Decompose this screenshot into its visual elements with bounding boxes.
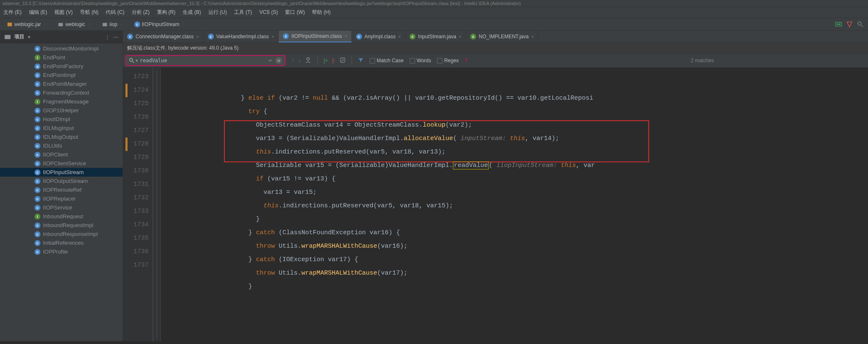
code-line[interactable]: ObjectStreamClass var14 = ObjectStreamCl… [165, 119, 868, 132]
menu-analyze[interactable]: 分析 (Z) [132, 9, 150, 15]
tree-item-InboundResponseImpl[interactable]: cInboundResponseImpl [0, 230, 122, 238]
menu-edit[interactable]: 编辑 (E) [29, 9, 47, 15]
tree-item-ForwardingContext[interactable]: cForwardingContext [0, 88, 122, 97]
database-icon[interactable] [846, 21, 853, 28]
tree-item-EndPointManager[interactable]: cEndPointManager [0, 79, 122, 88]
tree-item-IIOPService[interactable]: cIIOPService [0, 203, 122, 212]
tree-item-HostIDImpl[interactable]: cHostIDImpl [0, 115, 122, 124]
crumb-class[interactable]: c IIOPInputStream 〉 [132, 20, 192, 29]
presentation-icon[interactable] [835, 21, 842, 28]
tree-item-IDLMsgInput[interactable]: cIDLMsgInput [0, 124, 122, 132]
code-line[interactable]: } [165, 280, 868, 294]
regex-help-icon[interactable]: ? [465, 58, 468, 64]
tree-item-IIOPInputStream[interactable]: cIIOPInputStream [0, 168, 122, 177]
filter-icon[interactable] [358, 57, 364, 64]
tree-item-EndPointFactory[interactable]: aEndPointFactory [0, 62, 122, 71]
code-line[interactable]: } [165, 213, 868, 226]
code-content[interactable]: } else if (var2 != null && (var2.isArray… [161, 68, 868, 341]
code-editor[interactable]: 1723172417251726172717281729173017311732… [123, 68, 868, 341]
class-icon: c [208, 34, 214, 40]
tree-item-IIOPClient[interactable]: cIIOPClient [0, 150, 122, 159]
line-number: 1736 [125, 245, 149, 259]
crumb-jar[interactable]: weblogic.jar 〉 [4, 20, 53, 29]
code-line[interactable]: var13 = (Serializable)ValueHandlerImpl.a… [165, 132, 868, 146]
package-icon [58, 21, 64, 27]
tree-item-FragmentMessage[interactable]: IFragmentMessage [0, 97, 122, 106]
prev-match-icon[interactable]: ↑ [291, 58, 294, 64]
code-line[interactable]: try { [165, 105, 868, 119]
tree-item-IIOPOutputStream[interactable]: cIIOPOutputStream [0, 177, 122, 185]
code-line[interactable]: this.indirections.putReserved(var5, var1… [165, 199, 868, 213]
tree-item-InboundRequestImpl[interactable]: cInboundRequestImpl [0, 221, 122, 230]
tree-item-DisconnectMonitorImpl[interactable]: cDisconnectMonitorImpl [0, 44, 122, 53]
crumb-pkg1[interactable]: weblogic 〉 [55, 20, 98, 29]
code-line[interactable]: throw Utils.wrapMARSHALWithCause(var16); [165, 240, 868, 253]
code-line[interactable]: } catch (ClassNotFoundException var16) { [165, 226, 868, 240]
crumb-pkg2[interactable]: iiop 〉 [99, 20, 130, 29]
tree-item-IIOPReplacer[interactable]: cIIOPReplacer [0, 194, 122, 203]
tree-item-IIOPRemoteRef[interactable]: cIIOPRemoteRef [0, 185, 122, 194]
menu-file[interactable]: 文件 (E) [3, 9, 21, 15]
tab-AnyImpl.class[interactable]: cAnyImpl.class× [352, 31, 405, 42]
add-selection-icon[interactable]: [+ [324, 58, 328, 64]
tree-item-IOPProfile[interactable]: cIOPProfile [0, 247, 122, 256]
tab-IIOPInputStream.class[interactable]: cIIOPInputStream.class× [279, 31, 351, 42]
menu-window[interactable]: 窗口 (W) [285, 9, 305, 15]
remove-selection-icon[interactable]: [- [332, 58, 335, 64]
menu-nav[interactable]: 导航 (N) [80, 9, 99, 15]
close-tab-icon[interactable]: × [272, 34, 274, 39]
fold-gutter[interactable] [153, 68, 161, 341]
tree-item-IDLMsgOutput[interactable]: cIDLMsgOutput [0, 132, 122, 141]
sidebar-collapse-icon[interactable]: — [113, 34, 118, 40]
svg-rect-4 [837, 24, 840, 25]
code-line[interactable]: Serializable var15 = (Serializable)Value… [165, 159, 868, 172]
find-input-box: ▾ ↵ ✕ [125, 55, 285, 66]
menu-tools[interactable]: 工具 (T) [234, 9, 252, 15]
search-icon[interactable] [857, 21, 864, 28]
menu-help[interactable]: 帮助 (H) [312, 9, 330, 15]
find-input[interactable] [138, 57, 269, 64]
code-line[interactable]: if (var15 != var13) { [165, 172, 868, 186]
tree-item-IDLUtils[interactable]: cIDLUtils [0, 141, 122, 150]
class-icon: c [283, 33, 289, 39]
code-line[interactable]: } else if (var2 != null && (var2.isArray… [165, 92, 868, 105]
menu-vcs[interactable]: VCS (S) [259, 9, 278, 15]
tree-item-EndPointImpl[interactable]: cEndPointImpl [0, 71, 122, 79]
close-tab-icon[interactable]: × [398, 34, 401, 39]
tree-item-InboundRequest[interactable]: IInboundRequest [0, 212, 122, 221]
next-match-icon[interactable]: ↓ [298, 58, 301, 64]
menu-code[interactable]: 代码 (C) [106, 9, 124, 15]
code-line[interactable]: } catch (IOException var17) { [165, 253, 868, 267]
close-tab-icon[interactable]: × [531, 34, 534, 39]
tree-item-EndPoint[interactable]: IEndPoint [0, 53, 122, 62]
select-occurrences-icon[interactable] [340, 57, 346, 64]
clear-search-icon[interactable]: ✕ [275, 57, 282, 64]
match-case-checkbox[interactable]: Match Case [370, 58, 404, 64]
menu-refactor[interactable]: 重构 (R) [157, 9, 176, 15]
select-all-icon[interactable] [305, 57, 312, 65]
code-line[interactable]: var13 = var15; [165, 186, 868, 199]
tab-ValueHandlerImpl.class[interactable]: cValueHandlerImpl.class× [204, 31, 279, 42]
sidebar-menu-icon[interactable]: ⋮ [105, 34, 110, 40]
class-icon: c [35, 134, 40, 140]
interface-icon: I [35, 55, 40, 61]
class-icon: c [35, 178, 40, 184]
tab-ConnectionManager.class[interactable]: cConnectionManager.class× [123, 31, 204, 42]
tab-NO_IMPLEMENT.java[interactable]: cNO_IMPLEMENT.java× [466, 31, 538, 42]
regex-checkbox[interactable]: Regex [437, 58, 459, 64]
close-tab-icon[interactable]: × [344, 34, 347, 39]
code-line[interactable]: this.indirections.putReserved(var5, var1… [165, 146, 868, 159]
menu-build[interactable]: 生成 (B) [183, 9, 201, 15]
menu-run[interactable]: 运行 (U) [208, 9, 227, 15]
code-line[interactable]: throw Utils.wrapMARSHALWithCause(var17); [165, 267, 868, 280]
tree-item-IIOPClientService[interactable]: cIIOPClientService [0, 159, 122, 168]
close-tab-icon[interactable]: × [459, 34, 461, 39]
words-checkbox[interactable]: Words [410, 58, 431, 64]
menu-view[interactable]: 视图 (V) [54, 9, 72, 15]
project-tree[interactable]: cDisconnectMonitorImplIEndPointaEndPoint… [0, 43, 122, 257]
tab-InputStream.java[interactable]: cInputStream.java× [405, 31, 466, 42]
tree-item-GIOP10Helper[interactable]: cGIOP10Helper [0, 106, 122, 115]
line-number: 1734 [125, 218, 149, 232]
close-tab-icon[interactable]: × [196, 34, 199, 39]
tree-item-InitialReferences[interactable]: cInitialReferences [0, 238, 122, 247]
